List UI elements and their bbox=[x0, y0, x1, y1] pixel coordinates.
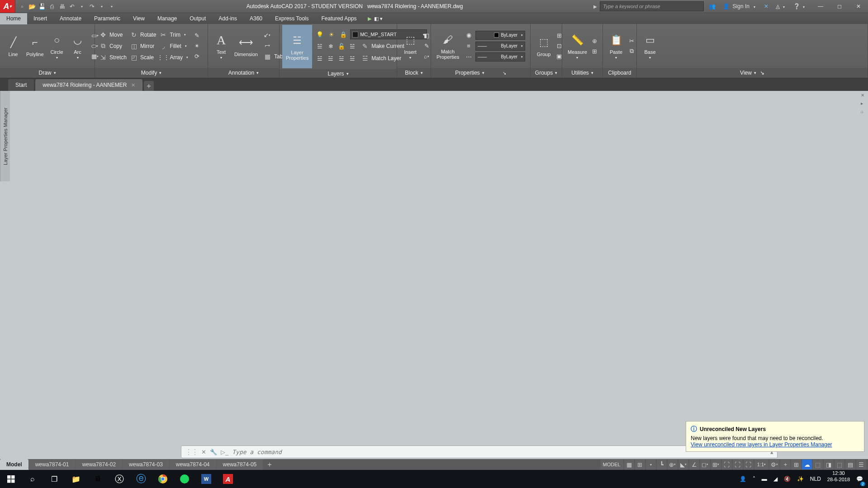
text-button[interactable]: AText▾ bbox=[211, 25, 232, 67]
start-tab[interactable]: Start bbox=[8, 79, 34, 91]
qat-print-icon[interactable]: 🖶 bbox=[58, 2, 66, 10]
osnap2-icon[interactable]: ◻ ▾ bbox=[700, 460, 710, 469]
qat-undo-icon[interactable]: ↶ bbox=[68, 2, 76, 10]
sync-tray-icon[interactable]: ✨ bbox=[795, 470, 806, 488]
l4-icon[interactable]: ☱ bbox=[347, 53, 357, 63]
help-icon[interactable]: ❔ ▾ bbox=[792, 3, 807, 9]
edit-block-icon[interactable]: ✎ bbox=[422, 41, 432, 51]
notification-link[interactable]: View unreconciled new layers in Layer Pr… bbox=[691, 441, 832, 448]
dimension-button[interactable]: ⟷Dimension bbox=[232, 25, 261, 67]
selectall-icon[interactable]: ⊕ bbox=[590, 36, 600, 46]
tab-express[interactable]: Express Tools bbox=[269, 13, 315, 24]
cmd-customize-icon[interactable]: 🔧 bbox=[210, 449, 217, 455]
leader-icon[interactable]: ↙ ▾ bbox=[262, 30, 272, 40]
polyline-button[interactable]: ⌐Polyline bbox=[24, 25, 47, 67]
drawing-viewport[interactable] bbox=[10, 91, 868, 459]
match-props-button[interactable]: 🖌Match Properties bbox=[434, 25, 462, 67]
ortho-icon[interactable]: ┗ bbox=[657, 460, 667, 469]
vp-home-icon[interactable]: ⌂ bbox=[861, 109, 867, 115]
layout-tab-1[interactable]: wewa7874-01 bbox=[29, 459, 76, 470]
signin-button[interactable]: 👤 Sign In ▾ bbox=[721, 3, 758, 9]
annovis-icon[interactable]: ⛶ bbox=[744, 460, 754, 469]
paste-button[interactable]: 📋Paste▾ bbox=[606, 25, 626, 67]
tab-home[interactable]: Home bbox=[0, 13, 27, 24]
vp-close-icon[interactable]: ✕ bbox=[861, 93, 867, 99]
qat-new-icon[interactable]: ▫ bbox=[18, 2, 26, 10]
match-layer-button[interactable]: ☱Match Layer bbox=[360, 53, 403, 64]
tab-a360[interactable]: A360 bbox=[243, 13, 269, 24]
hw-icon[interactable]: ⬚ bbox=[813, 460, 823, 469]
panel-modify[interactable]: Modify▾ bbox=[95, 68, 208, 78]
layer-properties-button[interactable]: ☱Layer Properties bbox=[282, 25, 312, 68]
l1-icon[interactable]: ☱ bbox=[315, 53, 325, 63]
autocad-taskbar[interactable]: A bbox=[217, 470, 239, 488]
qat-redo-icon[interactable]: ↷ bbox=[88, 2, 96, 10]
base-button[interactable]: ▭Base▾ bbox=[640, 25, 660, 67]
insert-button[interactable]: ⬚Insert▾ bbox=[400, 25, 421, 67]
wifi-tray-icon[interactable]: ◢ bbox=[771, 470, 780, 488]
osnap-icon[interactable]: ∠ bbox=[689, 460, 699, 469]
layout-tab-5[interactable]: wewa7874-05 bbox=[217, 459, 263, 470]
custom-icon[interactable]: ▤ bbox=[845, 460, 855, 469]
edge-taskbar[interactable]: ⓔ bbox=[130, 470, 152, 488]
taskview-icon[interactable]: ❐ bbox=[43, 470, 65, 488]
model-tab[interactable]: Model bbox=[0, 459, 28, 470]
snap-icon[interactable]: ⊞ bbox=[635, 460, 645, 469]
mirror-button[interactable]: ◫Mirror bbox=[128, 41, 158, 52]
tab-featured[interactable]: Featured Apps bbox=[315, 13, 363, 24]
panel-layers[interactable]: Layers▾ bbox=[280, 69, 397, 78]
lwt-icon[interactable]: ⊞ ▾ bbox=[711, 460, 721, 469]
explorer-taskbar[interactable]: 📁 bbox=[65, 470, 87, 488]
panel-groups[interactable]: Groups▾ bbox=[531, 68, 562, 78]
tab-addins[interactable]: Add-ins bbox=[212, 13, 243, 24]
modelspace-button[interactable]: MODEL bbox=[600, 460, 623, 469]
fillet-button[interactable]: ◞Fillet▾ bbox=[158, 41, 190, 52]
cmd-close-icon[interactable]: ✕ bbox=[201, 449, 206, 455]
group-button[interactable]: ⬚Group bbox=[533, 25, 554, 67]
tab-insert[interactable]: Insert bbox=[27, 13, 53, 24]
rotate-button[interactable]: ↻Rotate bbox=[128, 29, 158, 40]
anno-icon[interactable]: ⛶ bbox=[722, 460, 732, 469]
trim-button[interactable]: ✂Trim▾ bbox=[158, 29, 190, 40]
cut-icon[interactable]: ✂ bbox=[626, 36, 636, 46]
volume-tray-icon[interactable]: 🔇 bbox=[782, 470, 793, 488]
a360-icon[interactable]: ◬ ▾ bbox=[774, 3, 787, 9]
menu-icon[interactable]: ☰ bbox=[856, 460, 866, 469]
tab-view[interactable]: View bbox=[127, 13, 151, 24]
color-selector[interactable]: ByLayer▾ bbox=[475, 31, 525, 40]
clean-icon[interactable]: ⬚ bbox=[835, 460, 844, 469]
attr-icon[interactable]: ⌕ ▾ bbox=[422, 52, 432, 62]
panel-draw[interactable]: Draw▾ bbox=[0, 68, 95, 78]
lang-tray[interactable]: NLD bbox=[808, 470, 823, 488]
snap-drop[interactable]: ▾ bbox=[646, 460, 656, 469]
spotify-taskbar[interactable] bbox=[174, 470, 195, 488]
panel-view[interactable]: View▾↘ bbox=[637, 68, 868, 78]
layerfrz-icon[interactable]: ❄ bbox=[326, 41, 336, 51]
panel-annotation[interactable]: Annotation▾ bbox=[208, 68, 279, 78]
ltype-icon[interactable]: ⋯ bbox=[464, 52, 474, 62]
document-tab[interactable]: wewa7874 Riolering - AANNEMER✕ bbox=[35, 79, 142, 91]
tray-chevron-icon[interactable]: ˄ bbox=[750, 470, 758, 488]
layeroff-icon[interactable]: ☱ bbox=[347, 41, 357, 51]
add-layout-button[interactable]: ＋ bbox=[265, 460, 274, 469]
layout-tab-3[interactable]: wewa7874-03 bbox=[123, 459, 169, 470]
line-button[interactable]: ╱Line bbox=[3, 25, 24, 67]
l3-icon[interactable]: ☱ bbox=[337, 53, 346, 63]
move-button[interactable]: ✥Move bbox=[98, 29, 128, 40]
minimize-button[interactable]: — bbox=[811, 0, 830, 13]
linetype-selector[interactable]: ——ByLayer▾ bbox=[475, 52, 525, 62]
bulb-icon[interactable]: 💡 bbox=[315, 29, 325, 39]
panel-properties[interactable]: Properties▾↘ bbox=[431, 68, 530, 78]
lineweight-selector[interactable]: ——ByLayer▾ bbox=[475, 42, 525, 51]
maximize-button[interactable]: ◻ bbox=[830, 0, 849, 13]
xbox-taskbar[interactable]: ⓧ bbox=[109, 470, 130, 488]
erase-icon[interactable]: ✎ bbox=[192, 31, 202, 41]
arc-button[interactable]: ◡Arc▾ bbox=[67, 25, 88, 67]
create-block-icon[interactable]: ◧ bbox=[422, 31, 432, 41]
close-button[interactable]: ✕ bbox=[849, 0, 868, 13]
copyclip-icon[interactable]: ⧉ bbox=[626, 46, 636, 56]
polar-icon[interactable]: ⊕ ▾ bbox=[668, 460, 678, 469]
search-expand-icon[interactable]: ▶ bbox=[591, 4, 600, 9]
layout-tab-2[interactable]: wewa7874-02 bbox=[76, 459, 122, 470]
explode-icon[interactable]: ✴ bbox=[192, 41, 202, 51]
